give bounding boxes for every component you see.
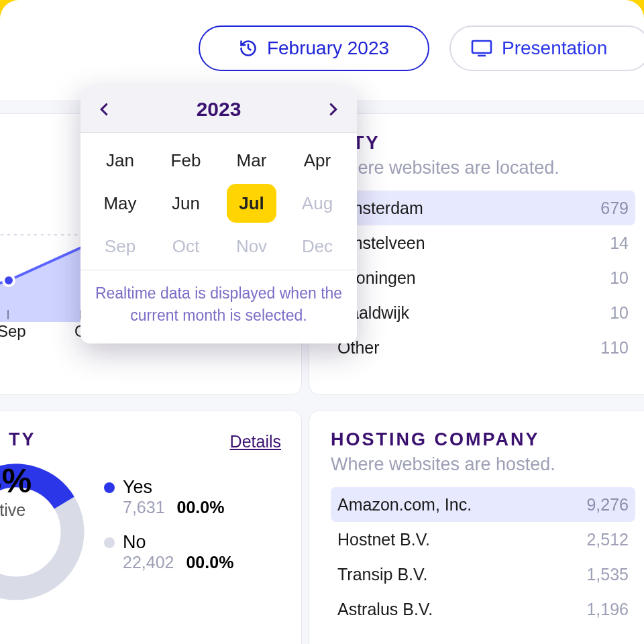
host-value: 1,535: [586, 565, 629, 584]
next-year-button[interactable]: [323, 99, 343, 119]
host-name: Astralus B.V.: [337, 600, 433, 619]
presentation-label: Presentation: [502, 38, 607, 59]
legend-dot-icon: [104, 482, 115, 493]
city-value: 14: [610, 233, 629, 253]
top-bar: February 2023 Presentation: [0, 25, 644, 72]
date-range-button[interactable]: February 2023: [199, 25, 429, 71]
history-icon: [239, 39, 258, 58]
axis-tick: [7, 310, 9, 319]
city-value: 10: [610, 268, 629, 288]
month-picker-header: 2023: [80, 86, 357, 133]
legend-pct: 00.0%: [177, 498, 225, 517]
month-feb[interactable]: Feb: [153, 141, 219, 180]
host-name: Transip B.V.: [337, 565, 427, 584]
month-aug: Aug: [284, 184, 350, 223]
month-oct: Oct: [153, 227, 219, 266]
month-picker-popup: 2023 JanFebMarAprMayJunJulAugSepOctNovDe…: [80, 86, 357, 343]
host-row[interactable]: Astralus B.V.1,196: [331, 592, 635, 627]
city-rows: Amsterdam679Amstelveen14Groningen10Naald…: [331, 191, 635, 365]
month-sep: Sep: [87, 227, 153, 266]
legend-label: No: [123, 532, 233, 553]
month-picker-footer: Realtime data is displayed when the curr…: [80, 270, 357, 343]
month-dec: Dec: [284, 227, 350, 266]
city-row[interactable]: Amstelveen14: [331, 225, 635, 260]
donut-caption: Active: [0, 500, 32, 520]
city-value: 110: [600, 338, 629, 358]
host-name: Amazon.com, Inc.: [337, 495, 472, 515]
month-jul[interactable]: Jul: [227, 184, 276, 223]
hosting-rows: Amazon.com, Inc.9,276Hostnet B.V.2,512Tr…: [331, 487, 635, 627]
month-apr[interactable]: Apr: [284, 141, 350, 180]
city-value: 679: [600, 199, 629, 218]
hosting-subtitle: Where websites are hosted.: [331, 454, 635, 475]
host-value: 9,276: [586, 495, 629, 515]
host-row[interactable]: Hostnet B.V.2,512: [331, 522, 635, 557]
month-nov: Nov: [219, 227, 284, 266]
donut-wrap: Yes7,63100.0%No22,40200.0%: [0, 462, 233, 602]
month-jun[interactable]: Jun: [153, 184, 219, 223]
host-row[interactable]: Amazon.com, Inc.9,276: [331, 487, 635, 522]
activity-card: TY Details Yes7,63100.0%No22,40200.0% .3…: [0, 410, 302, 644]
chevron-right-icon: [328, 103, 339, 116]
svg-point-3: [3, 275, 14, 286]
legend: Yes7,63100.0%No22,40200.0%: [104, 477, 233, 587]
legend-item: Yes7,63100.0%: [104, 477, 233, 517]
city-card-title: CITY: [331, 133, 635, 154]
hosting-card: HOSTING COMPANY Where websites are hoste…: [309, 410, 644, 644]
donut-center: .3% Active: [0, 462, 32, 520]
city-row[interactable]: Naaldwijk10: [331, 295, 635, 330]
presentation-button[interactable]: Presentation: [449, 25, 644, 71]
legend-count: 7,631: [123, 498, 165, 517]
legend-label: Yes: [123, 477, 224, 498]
host-value: 2,512: [586, 530, 629, 549]
legend-pct: 00.0%: [186, 553, 233, 572]
app-frame: February 2023 Presentation Sep O CITY: [0, 0, 644, 644]
prev-year-button[interactable]: [94, 99, 114, 119]
city-card-subtitle: Where websites are located.: [331, 158, 635, 178]
chevron-left-icon: [99, 103, 109, 116]
axis-label-sep: Sep: [0, 322, 26, 341]
legend-item: No22,40200.0%: [104, 532, 233, 572]
host-name: Hostnet B.V.: [337, 530, 430, 549]
city-card: CITY Where websites are located. Amsterd…: [309, 113, 644, 395]
legend-count: 22,402: [123, 553, 174, 572]
legend-dot-icon: [104, 537, 115, 548]
year-label: 2023: [197, 98, 241, 121]
month-mar[interactable]: Mar: [219, 141, 284, 180]
city-row[interactable]: Groningen10: [331, 260, 635, 295]
date-range-label: February 2023: [267, 38, 389, 59]
month-grid: JanFebMarAprMayJunJulAugSepOctNovDec: [80, 133, 357, 270]
city-row[interactable]: Other110: [331, 330, 635, 365]
month-may[interactable]: May: [87, 184, 153, 223]
month-jan[interactable]: Jan: [87, 141, 153, 180]
svg-rect-0: [472, 41, 491, 53]
host-value: 1,196: [586, 600, 629, 619]
donut-percent: .3%: [0, 462, 32, 500]
city-value: 10: [610, 303, 629, 323]
city-row[interactable]: Amsterdam679: [331, 191, 635, 225]
presentation-icon: [471, 40, 492, 57]
details-link[interactable]: Details: [230, 432, 281, 451]
hosting-title: HOSTING COMPANY: [331, 429, 635, 450]
host-row[interactable]: Transip B.V.1,535: [331, 557, 635, 592]
